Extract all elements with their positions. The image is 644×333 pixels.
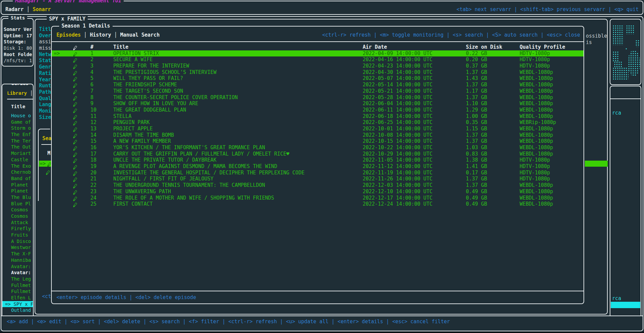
episode-cell-monitored [69,88,81,94]
series-list-item[interactable]: Cosmos [2,207,33,213]
series-list-item[interactable]: Band of [2,175,33,182]
series-list-item[interactable]: Attack [2,219,33,226]
episode-row[interactable]: 20INVESTIGATE THE GENERAL HOSPITAL / DEC… [52,170,583,176]
episode-cell-number: 14 [81,132,113,138]
episode-cell-size: 0.49 GB [466,201,520,207]
series-list-item[interactable]: Moriart [2,150,33,157]
series-list-item[interactable]: The Exo [2,163,33,169]
series-list-item[interactable]: Blue Pl [2,201,33,207]
episode-row[interactable]: 18UNCLE THE PRIVATE TUTOR / DAYBREAK2022… [52,157,583,163]
popup-divider [52,41,583,42]
selected-row-highlight-fragment [611,302,640,308]
series-list-item[interactable]: The X-F [2,251,33,257]
series-list-item[interactable]: Planet [2,188,33,194]
episode-row[interactable]: 25FIRST CONTACT2022-12-24 14:00:00 UTC0.… [52,201,583,207]
top-bar: Managarr - A Servarr management TUI Rada… [1,1,643,15]
series-list-item[interactable]: Storm o [2,125,33,131]
selection-marker: => [40,161,46,167]
episode-cell-number: 10 [81,107,113,113]
series-list-item[interactable]: The Ter [2,138,33,144]
episode-row[interactable]: 22THE UNDERGROUND TENNIS TOURNAMENT: THE… [52,182,583,189]
episode-cell-number: 17 [81,151,113,157]
series-list-item[interactable]: House o [2,113,33,119]
episode-row[interactable]: 11STELLA2022-06-18 14:00:00 UTC1.00 GBWE… [52,113,583,120]
series-list-item[interactable]: The Blu [2,194,33,201]
pencil-icon [74,65,77,68]
tab-manual-search[interactable]: Manual Search [120,32,160,38]
episode-cell-number: 25 [81,201,113,207]
series-list-item[interactable]: Planet [2,182,33,188]
episode-cell-number: 23 [81,189,113,195]
episode-cell-marker [52,195,69,201]
tab-seasons[interactable]: Sea [42,135,51,141]
episode-row[interactable]: 17CARRY OUT THE GRIFFIN PLAN / FULLMETAL… [52,151,583,157]
series-list-item[interactable]: Firefly [2,225,33,232]
episode-cell-number: 24 [81,195,113,201]
series-list-item[interactable]: Chernob [2,169,33,175]
episode-row[interactable]: 12PENGUIN PARK2022-06-25 14:00:00 UTC0.3… [52,119,583,126]
series-list-item[interactable]: Elfen L [2,295,33,301]
episode-cell-size: 0.37 GB [466,63,520,69]
tab-radarr[interactable]: Radarr [5,6,24,12]
stats-line: Root Folde [4,51,33,58]
tab-history[interactable]: History [90,32,111,38]
episode-cell-quality: WEBDL-1080p [520,113,583,120]
tab-library[interactable]: Library [7,90,27,96]
series-list: House oGame ofStorm oThe EnfThe TerThe O… [2,113,33,314]
episode-cell-number: 9 [81,100,113,107]
series-list-item[interactable]: Fruits [2,232,33,238]
pencil-icon [74,108,77,112]
pencil-icon [74,190,77,194]
series-list-item[interactable]: Fullmet [2,282,33,289]
series-list-item[interactable]: Westwor [2,244,33,251]
episode-cell-quality: WEBDL-1080p [520,182,583,189]
series-list-item[interactable]: Game of [2,119,33,125]
series-list-item[interactable]: The Leg [2,276,33,282]
episode-cell-size: 1.37 GB [466,132,520,138]
series-list-item[interactable]: => SPY x F [2,301,33,307]
episode-cell-number: 11 [81,113,113,120]
episode-row[interactable]: 14DISARM THE TIME BOMB2022-10-08 14:00:0… [52,132,583,138]
series-list-item[interactable]: Avatar: [2,263,33,270]
pencil-icon [74,127,77,131]
episode-row[interactable]: 13PROJECT APPLE2022-10-01 14:00:00 UTC1.… [52,126,583,132]
episode-cell-size: 0.49 GB [466,195,520,201]
series-list-item[interactable]: Hanniba [2,257,33,263]
episode-cell-air-date: 2022-10-22 14:00:00 UTC [363,144,466,151]
episode-cell-title: PENGUIN PARK [113,119,363,126]
overview-text-fragment: ossible is [586,33,607,45]
episode-cell-marker [52,163,69,170]
episode-cell-marker [52,182,69,189]
tab-sonarr[interactable]: Sonarr [33,6,51,12]
episode-row[interactable]: 19A REVENGE PLOT AGAINST DESMOND / MAMA … [52,163,583,170]
series-list-item[interactable]: Avatar: [2,269,33,276]
popup-keybinds: <ctrl-r> refresh | <m> toggle monitoring… [322,32,580,38]
series-list-item[interactable]: Cosmos [2,213,33,219]
series-list-item[interactable]: The Out [2,144,33,150]
episode-row[interactable]: 10THE GREAT DODGEBALL PLAN2022-06-11 14:… [52,107,583,113]
episode-row[interactable]: 21NIGHTFALL / FIRST FIT OF JEALOUSY2022-… [52,176,583,182]
episode-cell-marker: => [52,50,69,57]
episode-row[interactable]: 6THE FRIENDSHIP SCHEME2022-05-14 14:00:0… [52,82,583,88]
episode-row[interactable]: 15A NEW FAMILY MEMBER2022-10-15 14:00:00… [52,138,583,144]
series-list-item[interactable]: Outland [2,307,33,314]
episode-row[interactable]: 23THE UNWAVERING PATH2022-12-10 14:00:00… [52,189,583,195]
series-list-item[interactable]: The Enf [2,131,33,138]
series-list-item[interactable]: A Disco [2,238,33,245]
episode-cell-monitored [69,113,81,120]
episode-row[interactable]: 9SHOW OFF HOW IN LOVE YOU ARE2022-06-04 … [52,100,583,107]
episode-row[interactable]: =>1OPERATION STRIX2022-04-09 14:00:00 UT… [52,50,583,57]
selected-season-row-fragment[interactable]: => [39,161,53,167]
series-list-item[interactable]: Castle [2,157,33,163]
episode-row[interactable]: 8THE COUNTER-SECRET POLICE COVER OPERATI… [52,94,583,101]
episode-row[interactable]: 24THE ROLE OF A MOTHER AND WIFE / SHOPPI… [52,195,583,201]
tab-episodes[interactable]: Episodes [56,32,81,38]
episode-row[interactable]: 5WILL THEY PASS OR FAIL?2022-05-07 14:00… [52,75,583,82]
episode-row[interactable]: 3PREPARE FOR THE INTERVIEW2022-04-23 14:… [52,63,583,69]
episode-cell-air-date: 2022-06-04 14:00:00 UTC [363,100,466,107]
episode-row[interactable]: 4THE PRESTIGIOUS SCHOOL'S INTERVIEW2022-… [52,69,583,76]
series-list-item[interactable]: Fullmet [2,288,33,295]
episode-row[interactable]: 2SECURE A WIFE2022-04-16 14:00:00 UTC0.2… [52,56,583,63]
episode-row[interactable]: 7THE TARGET'S SECOND SON2022-05-21 14:00… [52,88,583,94]
episode-row[interactable]: 16YOR'S KITCHEN / THE INFORMANT'S GREAT … [52,144,583,151]
